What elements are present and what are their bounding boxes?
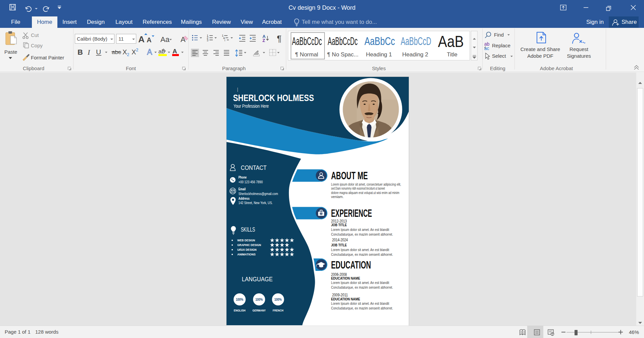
svg-text:Aa: Aa (160, 35, 170, 44)
svg-text:GRAPHIC DESIGN: GRAPHIC DESIGN (237, 243, 261, 247)
svg-text:i: i (225, 39, 225, 42)
svg-text:dolore magna aliquam erat volu: dolore magna aliquam erat volupat.ut wis… (331, 191, 400, 195)
svg-text:JOB TITLE: JOB TITLE (331, 223, 347, 227)
svg-text:2014-2024: 2014-2024 (332, 238, 348, 242)
svg-text:Phone: Phone (239, 176, 247, 179)
svg-text:2009-2011: 2009-2011 (332, 293, 348, 297)
svg-text:U: U (96, 48, 101, 56)
svg-text:A: A (172, 48, 177, 55)
svg-text:ABOUT ME: ABOUT ME (331, 170, 368, 181)
svg-text:SKILLS: SKILLS (241, 226, 255, 233)
svg-text:+00 123 456 7890: +00 123 456 7890 (239, 180, 263, 184)
svg-text:Email: Email (239, 187, 246, 191)
svg-text:Concludaturque, ex mazim sense: Concludaturque, ex mazim senserit abhorr… (331, 306, 393, 310)
svg-text:Concludaturque, ex mazim sense: Concludaturque, ex mazim senserit abhorr… (331, 252, 393, 256)
svg-text:Address: Address (239, 197, 250, 200)
svg-text:sed Diam nonummy nibh euismod: sed Diam nonummy nibh euismod tincidunt … (331, 186, 385, 190)
svg-text:veniam.: veniam. (331, 195, 344, 199)
svg-text:2: 2 (136, 47, 138, 52)
svg-text:A: A (147, 36, 151, 44)
svg-text:100%: 100% (275, 297, 282, 301)
svg-text:ac: ac (484, 46, 489, 51)
svg-text:SHERLOCK HOLMESS: SHERLOCK HOLMESS (233, 93, 314, 103)
svg-text:X: X (132, 48, 136, 56)
svg-text:Lorem ipsum dolor sit amet, co: Lorem ipsum dolor sit amet, consectetuer… (331, 182, 401, 186)
svg-text:JOB TITLE: JOB TITLE (331, 243, 347, 247)
svg-text:CONTACT: CONTACT (241, 164, 267, 171)
svg-text:abe: abe (112, 49, 121, 55)
svg-text:EXPERIENCE: EXPERIENCE (331, 207, 372, 219)
svg-text:B: B (78, 48, 83, 56)
svg-text:Lorem Ipsum dolor sit amet. An: Lorem Ipsum dolor sit amet. An est bland… (331, 228, 389, 232)
svg-text:LANGUAGE: LANGUAGE (242, 276, 273, 283)
svg-text:ANIMATIONS: ANIMATIONS (237, 252, 256, 256)
svg-text:142 Street, New York, US.: 142 Street, New York, US. (239, 201, 273, 205)
svg-text:I: I (87, 48, 91, 56)
svg-text:X: X (122, 48, 127, 56)
svg-text:EDUCATION: EDUCATION (331, 259, 371, 271)
svg-text:3: 3 (207, 39, 208, 42)
svg-text:46%: 46% (629, 329, 639, 335)
svg-text:FRENCH: FRENCH (273, 308, 284, 312)
svg-text:Concludaturque, ex mazim sense: Concludaturque, ex mazim senserit abhorr… (331, 232, 393, 236)
svg-text:¶: ¶ (277, 34, 282, 44)
svg-text:EDUCATION NAME: EDUCATION NAME (331, 276, 360, 280)
svg-text:EDUCATION NAME: EDUCATION NAME (331, 297, 360, 301)
svg-text:Z: Z (262, 38, 265, 43)
svg-text:Lorem Ipsum dolor sit amet. An: Lorem Ipsum dolor sit amet. An est bland… (331, 301, 389, 305)
svg-text:Concludaturque, ex mazim sense: Concludaturque, ex mazim senserit abhorr… (331, 285, 393, 289)
svg-text:Your Profession Here: Your Profession Here (234, 103, 269, 109)
svg-text:2: 2 (127, 52, 129, 57)
svg-text:Lorem Ipsum dolor sit amet. An: Lorem Ipsum dolor sit amet. An est bland… (331, 281, 389, 285)
svg-text:A: A (138, 34, 145, 44)
svg-text:ENGLISH: ENGLISH (234, 308, 246, 312)
svg-text:UI/UX DESIGN: UI/UX DESIGN (237, 248, 257, 251)
svg-text:A: A (147, 48, 152, 56)
svg-text:100%: 100% (236, 297, 244, 301)
svg-text:GERMANY: GERMANY (252, 308, 266, 312)
svg-text:100%: 100% (255, 297, 263, 301)
svg-text:Sherlockholmess@gmail.com: Sherlockholmess@gmail.com (239, 192, 278, 196)
svg-text:Lorem Ipsum dolor sit amet. An: Lorem Ipsum dolor sit amet. An est bland… (331, 248, 389, 252)
svg-text:WEB DESIGN: WEB DESIGN (237, 238, 255, 242)
